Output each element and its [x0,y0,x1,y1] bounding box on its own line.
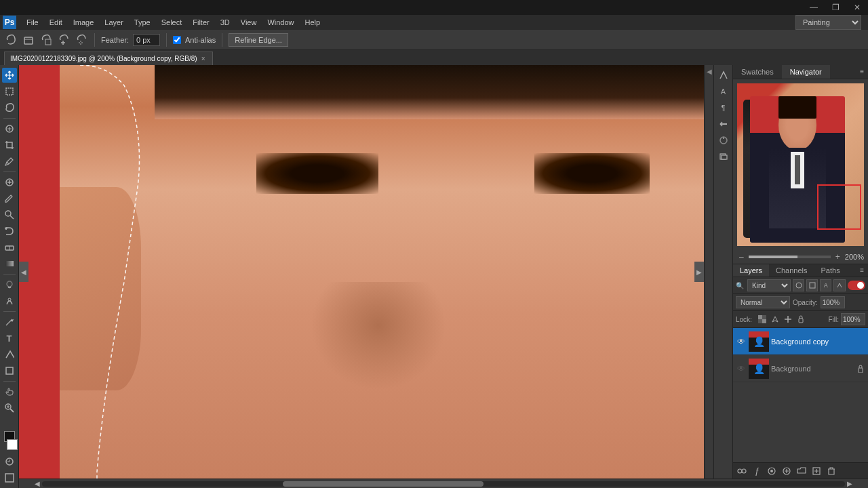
menu-3d[interactable]: 3D [216,17,235,28]
layers-panel-collapse[interactable]: ≡ [856,264,868,277]
menu-filter[interactable]: Filter [188,17,214,28]
history-brush-tool[interactable] [2,224,17,239]
menu-help[interactable]: Help [300,17,326,28]
maximize-button[interactable]: ❐ [825,0,846,15]
dodge-tool[interactable] [2,293,17,308]
filter-icon-2[interactable] [806,279,818,291]
gradient-tool[interactable] [2,256,17,271]
lasso-tool[interactable] [2,100,17,115]
svg-point-31 [738,469,742,473]
lock-paint[interactable] [770,314,781,325]
lasso-option4-icon[interactable] [75,33,88,47]
layers-filter-row: 🔍 Kind Name Effect Mode Attribute Color [733,277,868,294]
layer-item-background-copy[interactable]: 👁 Background copy [733,328,868,355]
lasso-tool-icon[interactable] [4,33,18,47]
menu-image[interactable]: Image [68,17,99,28]
panel-collapse-bar[interactable]: ◀ [704,65,713,479]
shape-tool[interactable] [2,363,17,378]
zoom-minus-button[interactable]: – [737,252,746,262]
right-tool-6[interactable] [716,149,731,164]
right-tool-4[interactable] [716,117,731,131]
document-tab[interactable]: IMG20200122183309.jpg @ 200% (Background… [4,52,213,65]
menu-edit[interactable]: Edit [45,17,67,28]
refine-edge-button[interactable]: Refine Edge... [229,33,288,47]
filter-icon-4[interactable] [833,279,845,291]
path-selection-tool[interactable] [2,347,17,362]
scroll-left-arrow[interactable]: ◀ [19,262,28,282]
antialias-checkbox[interactable] [173,36,181,44]
right-tool-5[interactable] [716,133,731,148]
svg-rect-22 [722,155,727,159]
eyedropper-tool[interactable] [2,154,17,169]
nav-tie [795,155,800,184]
fill-input[interactable] [841,313,865,325]
heal-tool[interactable] [2,175,17,190]
text-tool[interactable]: T [2,331,17,346]
eraser-tool[interactable] [2,240,17,255]
lasso-option2-icon[interactable] [39,33,53,47]
quick-mask-tool[interactable] [2,454,17,469]
layer-thumb-copy [749,331,769,352]
move-tool[interactable] [2,68,17,83]
lock-move[interactable] [783,314,793,325]
crop-tool[interactable] [2,138,17,152]
menu-file[interactable]: File [22,17,43,28]
menu-window[interactable]: Window [262,17,298,28]
menu-type[interactable]: Type [130,17,155,28]
zoom-tool[interactable] [2,401,17,415]
layer-item-background[interactable]: 👁 Background [733,355,868,382]
background-color[interactable] [7,439,18,450]
lock-all[interactable] [795,314,806,325]
navigator-tab[interactable]: Navigator [782,65,830,79]
minimize-button[interactable]: — [803,0,825,15]
right-tool-3[interactable]: ¶ [716,100,731,115]
close-button[interactable]: ✕ [846,0,868,15]
scroll-right-arrow[interactable]: ▶ [694,262,704,282]
right-tool-2[interactable]: A [716,84,731,99]
tab-close-button[interactable]: × [201,55,205,62]
menu-layer[interactable]: Layer [100,17,128,28]
zoom-plus-button[interactable]: + [833,252,842,262]
canvas-scrollbar[interactable]: ◀ ▶ [19,479,868,488]
panel-collapse-icon[interactable]: ≡ [856,65,868,79]
rectangle-tool[interactable] [2,84,17,99]
hand-tool[interactable] [2,384,17,399]
layer-visibility-bg[interactable]: 👁 [736,363,747,374]
add-style-icon[interactable]: ƒ [751,465,763,477]
menu-select[interactable]: Select [157,17,187,28]
layers-tab[interactable]: Layers [733,264,769,277]
menu-view[interactable]: View [236,17,262,28]
add-mask-icon[interactable] [766,465,778,477]
scroll-left-btn[interactable]: ◀ [33,479,42,489]
new-group-icon[interactable] [795,465,808,477]
workspace-dropdown[interactable]: Painting Essentials Photography [795,15,861,30]
filter-kind-select[interactable]: Kind Name Effect Mode Attribute Color [747,279,791,291]
scroll-right-btn[interactable]: ▶ [845,479,854,489]
new-adjustment-icon[interactable] [781,465,793,477]
delete-layer-icon[interactable] [825,465,837,477]
opacity-input[interactable] [821,296,845,308]
filter-icon-1[interactable] [793,279,804,291]
paths-tab[interactable]: Paths [814,264,847,277]
blur-tool[interactable] [2,277,17,292]
link-layers-icon[interactable] [736,465,748,477]
zoom-slider[interactable] [749,256,831,258]
feather-input[interactable] [133,34,160,46]
clone-tool[interactable] [2,207,17,222]
quick-selection-tool[interactable] [2,121,17,136]
lasso-tool-icon2[interactable] [22,33,35,47]
lasso-option3-icon[interactable] [57,33,71,47]
filter-icon-3[interactable]: A [820,279,831,291]
swatches-tab[interactable]: Swatches [733,65,782,79]
layer-visibility-copy[interactable]: 👁 [736,336,747,347]
brush-tool[interactable] [2,191,17,206]
right-tool-1[interactable] [716,68,731,83]
lock-checkerboard[interactable] [757,314,768,325]
new-layer-icon[interactable] [810,465,823,477]
pen-tool[interactable] [2,314,17,329]
blend-mode-select[interactable]: Normal Dissolve Multiply Screen Overlay [736,296,790,308]
scroll-track[interactable] [42,481,845,487]
filter-toggle[interactable] [848,281,865,290]
channels-tab[interactable]: Channels [769,264,814,277]
screen-mode-tool[interactable] [2,470,17,485]
